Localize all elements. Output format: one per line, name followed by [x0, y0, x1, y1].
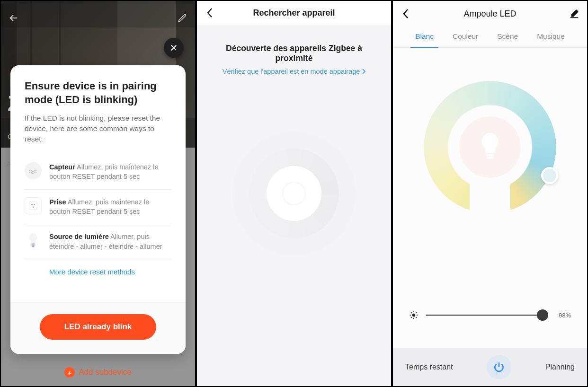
brightness-percent: 98% [554, 312, 571, 319]
back-arrow-icon[interactable] [7, 11, 21, 25]
svg-point-1 [31, 204, 32, 205]
modal-subtitle: If the LED is not blinking, please reset… [25, 113, 171, 144]
page-title: Rechercher appareil [253, 8, 335, 18]
svg-rect-5 [32, 245, 35, 246]
svg-rect-7 [486, 154, 494, 156]
header-bar: Rechercher appareil [197, 1, 391, 25]
tab-musique[interactable]: Musique [536, 32, 566, 47]
page-title: Ampoule LED [463, 9, 516, 19]
svg-rect-8 [487, 157, 493, 159]
svg-point-9 [412, 314, 416, 317]
screen-led-control: Ampoule LED Blanc Couleur Scène Musique [392, 0, 588, 387]
tab-scene[interactable]: Scène [496, 32, 519, 47]
tab-couleur[interactable]: Couleur [452, 32, 479, 47]
plug-icon [25, 197, 42, 214]
scanning-spinner [249, 149, 339, 238]
modal-title: Ensure device is in pairing mode (LED is… [25, 79, 171, 106]
add-subdevice-button[interactable]: + Add subdevice [1, 367, 195, 378]
reset-item-sensor: Capteur Allumez, puis maintenez le bouto… [25, 155, 171, 190]
dial-handle[interactable] [541, 167, 558, 184]
header-bar: Ampoule LED [393, 1, 587, 26]
svg-rect-3 [33, 206, 34, 208]
reset-item-text: Prise Allumez, puis maintenez le bouton … [49, 197, 171, 217]
led-already-blink-button[interactable]: LED already blink [40, 314, 156, 340]
dial-center-bulb-icon [459, 116, 521, 178]
pairing-mode-link[interactable]: Vérifiez que l'appareil est en mode appa… [223, 68, 366, 75]
screen-search-device: Rechercher appareil Découverte des appar… [196, 0, 392, 387]
brightness-icon [409, 310, 419, 320]
add-subdevice-label: Add subdevice [79, 368, 132, 377]
tab-blanc[interactable]: Blanc [414, 32, 435, 47]
reset-item-text: Source de lumière Allumer, puis éteindre… [49, 232, 171, 251]
planning-button[interactable]: Planning [545, 363, 575, 371]
edit-icon[interactable] [175, 11, 189, 25]
discovery-heading: Découverte des appareils Zigbee à proxim… [208, 44, 380, 63]
color-mode-tabs: Blanc Couleur Scène Musique [393, 26, 587, 48]
brightness-slider-row: 98% [393, 310, 587, 320]
svg-point-2 [34, 204, 35, 205]
chevron-right-icon [362, 69, 365, 74]
more-reset-methods-link[interactable]: More device reset methods [25, 259, 171, 279]
close-icon[interactable] [164, 38, 184, 58]
svg-rect-6 [32, 246, 34, 247]
back-chevron-icon[interactable] [203, 6, 217, 20]
sensor-icon [25, 162, 42, 179]
bulb-icon [25, 232, 42, 249]
reset-item-plug: Prise Allumez, puis maintenez le bouton … [25, 190, 171, 225]
svg-rect-0 [29, 202, 37, 210]
edit-icon[interactable] [568, 8, 580, 20]
brightness-slider[interactable] [426, 315, 547, 316]
reset-item-text: Capteur Allumez, puis maintenez le bouto… [49, 162, 171, 182]
plus-icon: + [64, 367, 75, 378]
reset-methods-list: Capteur Allumez, puis maintenez le bouto… [10, 149, 186, 302]
bottom-action-bar: Temps restant Planning [393, 348, 587, 386]
slider-knob[interactable] [537, 309, 548, 321]
screen-pairing-modal: Z C A Ensure device is in pairing mode (… [0, 0, 196, 387]
pairing-modal: Ensure device is in pairing mode (LED is… [10, 65, 186, 354]
color-temperature-dial[interactable] [424, 81, 556, 213]
time-remaining-button[interactable]: Temps restant [405, 363, 453, 371]
power-button[interactable] [487, 355, 511, 379]
reset-item-light: Source de lumière Allumer, puis éteindre… [25, 224, 171, 259]
svg-rect-4 [31, 244, 35, 245]
back-chevron-icon[interactable] [400, 8, 412, 20]
